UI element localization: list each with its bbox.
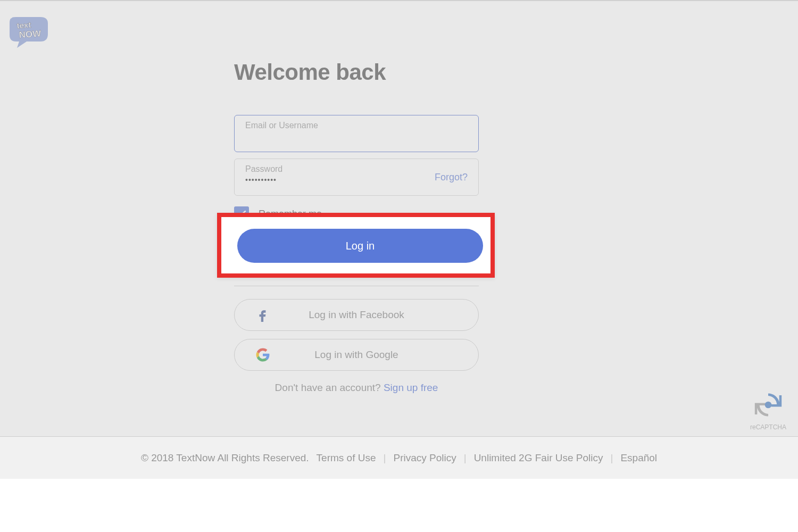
facebook-button-label: Log in with Facebook	[309, 309, 404, 321]
login-form: Welcome back Email or Username Password …	[234, 60, 479, 221]
signup-prompt: Don't have an account?	[275, 382, 384, 393]
separator: |	[384, 452, 386, 464]
facebook-login-button[interactable]: Log in with Facebook	[234, 299, 479, 331]
login-button[interactable]: Log in	[237, 229, 483, 263]
brand-logo[interactable]: text NOW	[7, 14, 50, 51]
footer: © 2018 TextNow All Rights Reserved. Term…	[0, 436, 798, 479]
footer-copyright: © 2018 TextNow All Rights Reserved.	[141, 452, 309, 464]
separator: |	[610, 452, 613, 464]
password-input[interactable]: ••••••••••	[245, 176, 277, 184]
signup-link[interactable]: Sign up free	[384, 382, 438, 393]
separator: |	[464, 452, 467, 464]
google-button-label: Log in with Google	[314, 349, 398, 361]
forgot-link[interactable]: Forgot?	[435, 172, 468, 183]
google-icon	[256, 348, 270, 362]
footer-privacy-link[interactable]: Privacy Policy	[393, 452, 456, 464]
recaptcha-label: reCAPTCHA	[743, 423, 794, 431]
svg-text:NOW: NOW	[19, 28, 42, 40]
email-input[interactable]	[245, 131, 401, 143]
recaptcha-icon	[754, 390, 783, 419]
email-field-wrapper[interactable]: Email or Username	[234, 115, 479, 152]
password-field-wrapper[interactable]: Password •••••••••• Forgot?	[234, 159, 479, 196]
recaptcha-badge[interactable]: reCAPTCHA	[743, 390, 794, 431]
signup-row: Don't have an account? Sign up free	[234, 382, 479, 394]
email-label: Email or Username	[245, 121, 468, 130]
divider	[234, 286, 479, 286]
facebook-icon	[256, 308, 270, 322]
footer-language-link[interactable]: Español	[620, 452, 657, 464]
footer-fairuse-link[interactable]: Unlimited 2G Fair Use Policy	[474, 452, 603, 464]
svg-text:text: text	[16, 20, 31, 30]
highlight-annotation: Log in	[217, 213, 495, 278]
page-title: Welcome back	[234, 60, 479, 85]
svg-point-2	[765, 402, 772, 409]
google-login-button[interactable]: Log in with Google	[234, 339, 479, 371]
footer-terms-link[interactable]: Terms of Use	[317, 452, 376, 464]
